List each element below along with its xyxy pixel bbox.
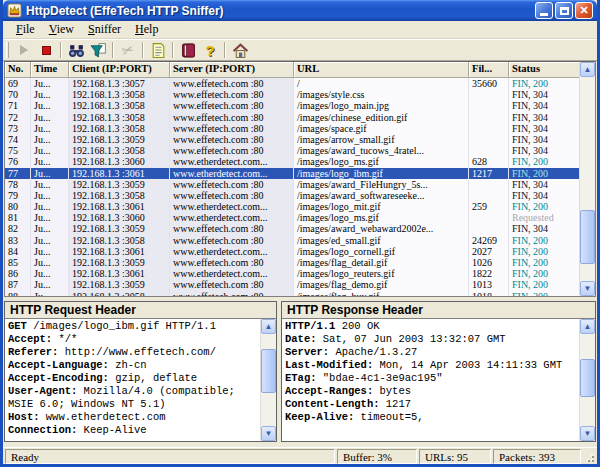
cell-no: 78 [5,179,31,190]
request-header-panel: HTTP Request Header GET /images/logo_ibm… [4,301,277,442]
scroll-down-arrow-icon[interactable]: ▼ [580,426,595,441]
cell-time: Ju... [31,134,69,145]
cell-client: 192.168.1.3 :3061 [69,201,170,212]
toolbar-separator [224,42,226,58]
request-scroll-thumb[interactable] [261,349,276,393]
table-row[interactable]: 76Ju...192.168.1.3 :3060www.etherdetect.… [5,156,595,167]
menu-view[interactable]: View [42,21,81,38]
cell-status: FIN, 304 [509,190,579,201]
table-row[interactable]: 81Ju...192.168.1.3 :3060www.etherdetect.… [5,212,595,223]
toolbar-grip[interactable] [6,42,9,58]
menu-help[interactable]: Help [128,21,165,38]
table-row[interactable]: 82Ju...192.168.1.3 :3059www.effetech.com… [5,223,595,234]
cell-server: www.effetech.com :80 [170,134,294,145]
app-icon [7,3,22,18]
cell-client: 192.168.1.3 :3059 [69,257,170,268]
table-row[interactable]: 80Ju...192.168.1.3 :3061www.etherdetect.… [5,201,595,212]
table-scroll-thumb[interactable] [580,210,595,264]
cell-status: FIN, 200 [509,168,579,179]
table-row[interactable]: 74Ju...192.168.1.3 :3059www.effetech.com… [5,134,595,145]
scroll-up-arrow-icon[interactable]: ▲ [580,62,595,77]
book-button[interactable] [177,40,199,60]
scroll-up-arrow-icon[interactable]: ▲ [261,319,276,334]
cell-url: /images/arrow_small.gif [294,134,469,145]
minimize-button[interactable] [535,2,553,19]
find-button[interactable] [65,40,87,60]
column-header-server[interactable]: Server (IP:PORT) [170,62,294,78]
cell-status: FIN, 304 [509,223,579,234]
cell-file: 2027 [469,246,509,257]
stop-button[interactable] [35,40,57,60]
table-row[interactable]: 88Ju...192.168.1.3 :3058www.effetech.com… [5,291,595,297]
cell-client: 192.168.1.3 :3058 [69,145,170,156]
menu-sniffer[interactable]: Sniffer [81,21,128,38]
cell-client: 192.168.1.3 :3057 [69,78,170,89]
table-vertical-scrollbar[interactable]: ▲ ▼ [579,62,595,296]
log-button[interactable] [147,40,169,60]
cell-file [469,112,509,123]
header-line: Server: Apache/1.3.27 [285,346,576,359]
cell-client: 192.168.1.3 :3058 [69,100,170,111]
filter-icon [90,42,107,59]
column-header-filesize[interactable]: Fil... [469,62,509,78]
connections-table: No. Time Client (IP:PORT) Server (IP:POR… [4,61,596,297]
table-row[interactable]: 69Ju...192.168.1.3 :3057www.effetech.com… [5,78,595,89]
cut-button[interactable]: ✂ [117,40,139,60]
scroll-down-arrow-icon[interactable]: ▼ [261,426,276,441]
table-row[interactable]: 75Ju...192.168.1.3 :3058www.effetech.com… [5,145,595,156]
table-row[interactable]: 87Ju...192.168.1.3 :3059www.effetech.com… [5,279,595,290]
status-ready: Ready [5,449,335,464]
table-row[interactable]: 72Ju...192.168.1.3 :3058www.effetech.com… [5,112,595,123]
close-button[interactable]: ✕ [575,2,593,19]
help-button[interactable]: ? [199,40,221,60]
response-scroll-thumb[interactable] [580,359,595,397]
cell-status: FIN, 200 [509,78,579,89]
table-row[interactable]: 78Ju...192.168.1.3 :3059www.effetech.com… [5,179,595,190]
column-header-status[interactable]: Status [509,62,579,78]
table-row[interactable]: 85Ju...192.168.1.3 :3059www.effetech.com… [5,257,595,268]
cell-server: www.effetech.com :80 [170,257,294,268]
scroll-down-arrow-icon[interactable]: ▼ [580,281,595,296]
response-vertical-scrollbar[interactable]: ▲ ▼ [579,319,595,441]
cell-status: FIN, 304 [509,100,579,111]
cell-client: 192.168.1.3 :3059 [69,223,170,234]
table-row[interactable]: 83Ju...192.168.1.3 :3058www.effetech.com… [5,235,595,246]
request-vertical-scrollbar[interactable]: ▲ ▼ [260,319,276,441]
header-line: GET /images/logo_ibm.gif HTTP/1.1 [8,320,257,333]
table-row[interactable]: 77Ju...192.168.1.3 :3061www.etherdetect.… [5,168,595,179]
table-row[interactable]: 84Ju...192.168.1.3 :3061www.etherdetect.… [5,246,595,257]
resize-grip[interactable] [583,450,595,463]
table-row[interactable]: 70Ju...192.168.1.3 :3058www.effetech.com… [5,89,595,100]
cell-url: /images/chinese_edition.gif [294,112,469,123]
cell-client: 192.168.1.3 :3058 [69,190,170,201]
cell-file [469,89,509,100]
cell-url: /images/flag_buy.gif [294,291,469,297]
cell-no: 69 [5,78,31,89]
find-icon [68,42,85,59]
cell-no: 82 [5,223,31,234]
home-button[interactable] [229,40,251,60]
maximize-button[interactable] [555,2,573,19]
play-button[interactable] [13,40,35,60]
filter-button[interactable] [87,40,109,60]
column-header-url[interactable]: URL [294,62,469,78]
cell-status: FIN, 200 [509,279,579,290]
cell-server: www.effetech.com :80 [170,89,294,100]
column-header-client[interactable]: Client (IP:PORT) [69,62,170,78]
column-header-time[interactable]: Time [31,62,69,78]
table-row[interactable]: 73Ju...192.168.1.3 :3058www.effetech.com… [5,123,595,134]
app-window: HttpDetect (EffeTech HTTP Sniffer) ✕ Fil… [0,0,600,467]
cell-server: www.etherdetect.com... [170,201,294,212]
scroll-up-arrow-icon[interactable]: ▲ [580,319,595,334]
cell-url: /images/award_tucows_4ratel... [294,145,469,156]
table-row[interactable]: 86Ju...192.168.1.3 :3061www.etherdetect.… [5,268,595,279]
menu-file[interactable]: File [9,21,42,38]
cell-server: www.etherdetect.com... [170,246,294,257]
cell-url: /images/logo_mit.gif [294,201,469,212]
titlebar[interactable]: HttpDetect (EffeTech HTTP Sniffer) ✕ [3,0,597,21]
table-row[interactable]: 79Ju...192.168.1.3 :3058www.effetech.com… [5,190,595,201]
column-header-no[interactable]: No. [5,62,31,78]
cell-server: www.effetech.com :80 [170,78,294,89]
cell-no: 76 [5,156,31,167]
table-row[interactable]: 71Ju...192.168.1.3 :3058www.effetech.com… [5,100,595,111]
